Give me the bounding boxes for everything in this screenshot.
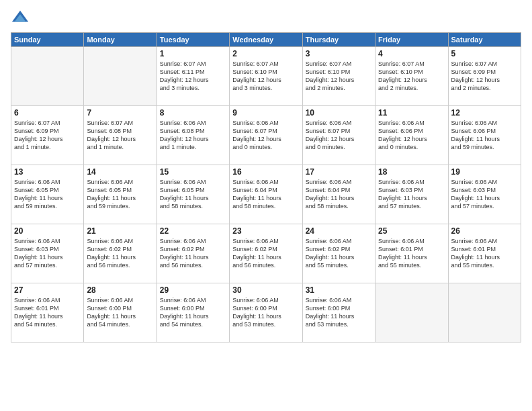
calendar-cell: [11, 47, 84, 106]
calendar-cell: 23Sunrise: 6:06 AM Sunset: 6:02 PM Dayli…: [230, 224, 302, 283]
cell-daylight-info: Sunrise: 6:06 AM Sunset: 6:04 PM Dayligh…: [232, 178, 299, 211]
day-number: 19: [451, 167, 518, 177]
day-number: 31: [306, 285, 372, 295]
day-number: 12: [451, 108, 518, 118]
calendar-cell: 1Sunrise: 6:07 AM Sunset: 6:11 PM Daylig…: [157, 47, 229, 106]
cell-daylight-info: Sunrise: 6:06 AM Sunset: 6:02 PM Dayligh…: [306, 237, 372, 270]
cell-daylight-info: Sunrise: 6:06 AM Sunset: 6:00 PM Dayligh…: [232, 296, 299, 329]
day-number: 26: [451, 226, 518, 236]
day-number: 16: [232, 167, 299, 177]
day-number: 24: [306, 226, 372, 236]
cell-daylight-info: Sunrise: 6:07 AM Sunset: 6:10 PM Dayligh…: [232, 60, 299, 93]
cell-daylight-info: Sunrise: 6:07 AM Sunset: 6:10 PM Dayligh…: [378, 60, 445, 93]
cell-daylight-info: Sunrise: 6:06 AM Sunset: 6:00 PM Dayligh…: [306, 296, 372, 329]
calendar-cell: 9Sunrise: 6:06 AM Sunset: 6:07 PM Daylig…: [230, 106, 302, 165]
cell-daylight-info: Sunrise: 6:06 AM Sunset: 6:03 PM Dayligh…: [451, 178, 518, 211]
calendar-cell: 19Sunrise: 6:06 AM Sunset: 6:03 PM Dayli…: [448, 165, 521, 224]
cell-daylight-info: Sunrise: 6:06 AM Sunset: 6:06 PM Dayligh…: [451, 119, 518, 152]
cell-daylight-info: Sunrise: 6:06 AM Sunset: 6:08 PM Dayligh…: [160, 119, 226, 152]
cell-daylight-info: Sunrise: 6:06 AM Sunset: 6:05 PM Dayligh…: [160, 178, 226, 211]
day-of-week-header: Tuesday: [157, 33, 229, 47]
calendar-cell: 13Sunrise: 6:06 AM Sunset: 6:05 PM Dayli…: [11, 165, 84, 224]
calendar-cell: [448, 283, 521, 342]
calendar-cell: 2Sunrise: 6:07 AM Sunset: 6:10 PM Daylig…: [230, 47, 302, 106]
day-number: 15: [160, 167, 226, 177]
calendar-cell: 14Sunrise: 6:06 AM Sunset: 6:05 PM Dayli…: [84, 165, 157, 224]
calendar-cell: 28Sunrise: 6:06 AM Sunset: 6:00 PM Dayli…: [84, 283, 157, 342]
cell-daylight-info: Sunrise: 6:07 AM Sunset: 6:11 PM Dayligh…: [160, 60, 226, 93]
cell-daylight-info: Sunrise: 6:06 AM Sunset: 6:00 PM Dayligh…: [87, 296, 153, 329]
day-number: 3: [306, 49, 372, 58]
day-of-week-header: Friday: [375, 33, 448, 47]
calendar-cell: 26Sunrise: 6:06 AM Sunset: 6:01 PM Dayli…: [448, 224, 521, 283]
calendar-week-row: 1Sunrise: 6:07 AM Sunset: 6:11 PM Daylig…: [11, 47, 521, 106]
day-number: 17: [306, 167, 372, 177]
cell-daylight-info: Sunrise: 6:06 AM Sunset: 6:03 PM Dayligh…: [14, 237, 81, 270]
calendar-week-row: 13Sunrise: 6:06 AM Sunset: 6:05 PM Dayli…: [11, 165, 521, 224]
cell-daylight-info: Sunrise: 6:06 AM Sunset: 6:07 PM Dayligh…: [306, 119, 372, 152]
day-of-week-header: Wednesday: [230, 33, 302, 47]
calendar-cell: 25Sunrise: 6:06 AM Sunset: 6:01 PM Dayli…: [375, 224, 448, 283]
day-number: 27: [14, 285, 81, 295]
cell-daylight-info: Sunrise: 6:06 AM Sunset: 6:01 PM Dayligh…: [14, 296, 81, 329]
cell-daylight-info: Sunrise: 6:06 AM Sunset: 6:01 PM Dayligh…: [378, 237, 445, 270]
day-of-week-header: Monday: [84, 33, 157, 47]
calendar-cell: 5Sunrise: 6:07 AM Sunset: 6:09 PM Daylig…: [448, 47, 521, 106]
calendar-cell: 31Sunrise: 6:06 AM Sunset: 6:00 PM Dayli…: [302, 283, 375, 342]
day-number: 20: [14, 226, 81, 236]
day-number: 7: [87, 108, 153, 118]
cell-daylight-info: Sunrise: 6:07 AM Sunset: 6:10 PM Dayligh…: [306, 60, 372, 93]
calendar-cell: 10Sunrise: 6:06 AM Sunset: 6:07 PM Dayli…: [302, 106, 375, 165]
calendar-cell: 21Sunrise: 6:06 AM Sunset: 6:02 PM Dayli…: [84, 224, 157, 283]
calendar-week-row: 6Sunrise: 6:07 AM Sunset: 6:09 PM Daylig…: [11, 106, 521, 165]
calendar-cell: 18Sunrise: 6:06 AM Sunset: 6:03 PM Dayli…: [375, 165, 448, 224]
calendar-cell: 22Sunrise: 6:06 AM Sunset: 6:02 PM Dayli…: [157, 224, 229, 283]
calendar-week-row: 27Sunrise: 6:06 AM Sunset: 6:01 PM Dayli…: [11, 283, 521, 342]
cell-daylight-info: Sunrise: 6:06 AM Sunset: 6:00 PM Dayligh…: [160, 296, 226, 329]
day-number: 30: [232, 285, 299, 295]
cell-daylight-info: Sunrise: 6:06 AM Sunset: 6:02 PM Dayligh…: [87, 237, 153, 270]
cell-daylight-info: Sunrise: 6:06 AM Sunset: 6:02 PM Dayligh…: [160, 237, 226, 270]
logo: [11, 8, 32, 27]
calendar-cell: 17Sunrise: 6:06 AM Sunset: 6:04 PM Dayli…: [302, 165, 375, 224]
cell-daylight-info: Sunrise: 6:06 AM Sunset: 6:05 PM Dayligh…: [14, 178, 81, 211]
cell-daylight-info: Sunrise: 6:06 AM Sunset: 6:07 PM Dayligh…: [232, 119, 299, 152]
calendar-cell: 20Sunrise: 6:06 AM Sunset: 6:03 PM Dayli…: [11, 224, 84, 283]
calendar-cell: 30Sunrise: 6:06 AM Sunset: 6:00 PM Dayli…: [230, 283, 302, 342]
calendar-cell: 12Sunrise: 6:06 AM Sunset: 6:06 PM Dayli…: [448, 106, 521, 165]
calendar-cell: 8Sunrise: 6:06 AM Sunset: 6:08 PM Daylig…: [157, 106, 229, 165]
calendar-week-row: 20Sunrise: 6:06 AM Sunset: 6:03 PM Dayli…: [11, 224, 521, 283]
calendar-cell: 15Sunrise: 6:06 AM Sunset: 6:05 PM Dayli…: [157, 165, 229, 224]
day-number: 8: [160, 108, 226, 118]
day-of-week-header: Sunday: [11, 33, 84, 47]
calendar-table: SundayMondayTuesdayWednesdayThursdayFrid…: [11, 32, 521, 342]
calendar-cell: 29Sunrise: 6:06 AM Sunset: 6:00 PM Dayli…: [157, 283, 229, 342]
calendar-cell: 11Sunrise: 6:06 AM Sunset: 6:06 PM Dayli…: [375, 106, 448, 165]
calendar-header: SundayMondayTuesdayWednesdayThursdayFrid…: [11, 33, 521, 47]
day-number: 18: [378, 167, 445, 177]
day-number: 4: [378, 49, 445, 58]
calendar-cell: [375, 283, 448, 342]
day-number: 10: [306, 108, 372, 118]
day-number: 28: [87, 285, 153, 295]
day-number: 22: [160, 226, 226, 236]
day-number: 23: [232, 226, 299, 236]
day-number: 6: [14, 108, 81, 118]
cell-daylight-info: Sunrise: 6:07 AM Sunset: 6:08 PM Dayligh…: [87, 119, 153, 152]
calendar-cell: 24Sunrise: 6:06 AM Sunset: 6:02 PM Dayli…: [302, 224, 375, 283]
day-number: 11: [378, 108, 445, 118]
day-number: 14: [87, 167, 153, 177]
calendar-cell: 16Sunrise: 6:06 AM Sunset: 6:04 PM Dayli…: [230, 165, 302, 224]
day-number: 29: [160, 285, 226, 295]
logo-icon: [11, 8, 30, 27]
cell-daylight-info: Sunrise: 6:06 AM Sunset: 6:01 PM Dayligh…: [451, 237, 518, 270]
calendar-cell: 4Sunrise: 6:07 AM Sunset: 6:10 PM Daylig…: [375, 47, 448, 106]
page-header: [11, 8, 521, 27]
day-number: 5: [451, 49, 518, 58]
day-number: 25: [378, 226, 445, 236]
calendar-cell: 3Sunrise: 6:07 AM Sunset: 6:10 PM Daylig…: [302, 47, 375, 106]
cell-daylight-info: Sunrise: 6:06 AM Sunset: 6:02 PM Dayligh…: [232, 237, 299, 270]
day-of-week-header: Saturday: [448, 33, 521, 47]
day-of-week-header: Thursday: [302, 33, 375, 47]
day-number: 21: [87, 226, 153, 236]
